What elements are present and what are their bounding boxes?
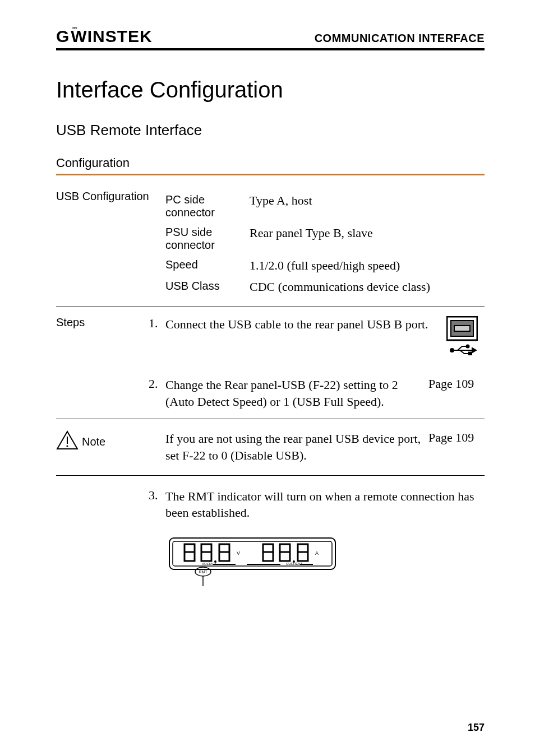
seven-segment-digit bbox=[280, 544, 290, 561]
table-row: PC side connector Type A, host bbox=[165, 190, 485, 222]
kv-value: 1.1/2.0 (full speed/high speed) bbox=[250, 258, 485, 273]
svg-point-14 bbox=[66, 446, 68, 447]
seven-segment-digit bbox=[201, 544, 211, 561]
usb-config-label: USB Configuration bbox=[56, 184, 165, 303]
subsection-title: Configuration bbox=[56, 156, 485, 170]
svg-point-7 bbox=[467, 345, 469, 348]
svg-rect-2 bbox=[454, 326, 470, 331]
page-title: Interface Configuration bbox=[56, 77, 485, 103]
table-row: PSU side connector Rear panel Type B, sl… bbox=[165, 222, 485, 255]
unit-v: V bbox=[237, 550, 240, 556]
header-section-title: COMMUNICATION INTERFACE bbox=[315, 32, 485, 45]
logo-rest: INSTEK bbox=[87, 28, 153, 45]
section-title: USB Remote Interface bbox=[56, 122, 485, 139]
separator-orange bbox=[56, 174, 485, 175]
step-text: Change the Rear panel-USB (F-22) setting… bbox=[165, 377, 428, 410]
logo-g: G bbox=[56, 28, 70, 45]
kv-value: Type A, host bbox=[250, 193, 485, 219]
kv-value: Rear panel Type B, slave bbox=[250, 226, 485, 252]
step-text: The RMT indicator will turn on when a re… bbox=[165, 488, 485, 521]
step-number: 1. bbox=[149, 316, 165, 331]
seven-segment-digit bbox=[184, 544, 196, 562]
kv-value: CDC (communications device class) bbox=[250, 280, 485, 294]
steps-label: Steps bbox=[56, 316, 149, 329]
table-row: USB Class CDC (communications device cla… bbox=[165, 276, 485, 298]
separator bbox=[56, 475, 485, 476]
step-number: 2. bbox=[149, 377, 165, 391]
kv-key: PSU side connector bbox=[165, 226, 250, 252]
page-number: 157 bbox=[468, 722, 485, 734]
svg-marker-11 bbox=[472, 348, 476, 353]
separator bbox=[56, 419, 485, 419]
kv-key: Speed bbox=[165, 258, 250, 273]
svg-point-3 bbox=[450, 349, 454, 352]
table-row: Speed 1.1/2.0 (full speed/high speed) bbox=[165, 255, 485, 276]
seven-segment-digit bbox=[298, 544, 308, 561]
svg-line-5 bbox=[458, 346, 462, 350]
separator bbox=[56, 307, 485, 307]
svg-rect-10 bbox=[469, 353, 472, 355]
warning-icon bbox=[56, 430, 79, 453]
usb-port-icon bbox=[440, 316, 485, 358]
rmt-display-figure: V VOLTAGE A CURRENT RMT bbox=[168, 537, 336, 590]
seven-segment-digit bbox=[219, 544, 229, 561]
step-number: 3. bbox=[149, 488, 165, 503]
note-label: Note bbox=[82, 435, 105, 448]
page-reference: Page 109 bbox=[428, 377, 485, 391]
logo-w: W bbox=[71, 28, 87, 45]
note-text: If you are not using the rear panel USB … bbox=[165, 430, 428, 463]
unit-a: A bbox=[315, 550, 319, 556]
step-text: Connect the USB cable to the rear panel … bbox=[165, 316, 440, 333]
kv-key: PC side connector bbox=[165, 193, 250, 219]
seven-segment-digit bbox=[263, 544, 273, 561]
brand-logo: GWINSTEK bbox=[56, 28, 153, 45]
page-reference: Page 109 bbox=[428, 430, 485, 445]
rmt-badge: RMT bbox=[199, 570, 207, 574]
kv-key: USB Class bbox=[165, 280, 250, 294]
